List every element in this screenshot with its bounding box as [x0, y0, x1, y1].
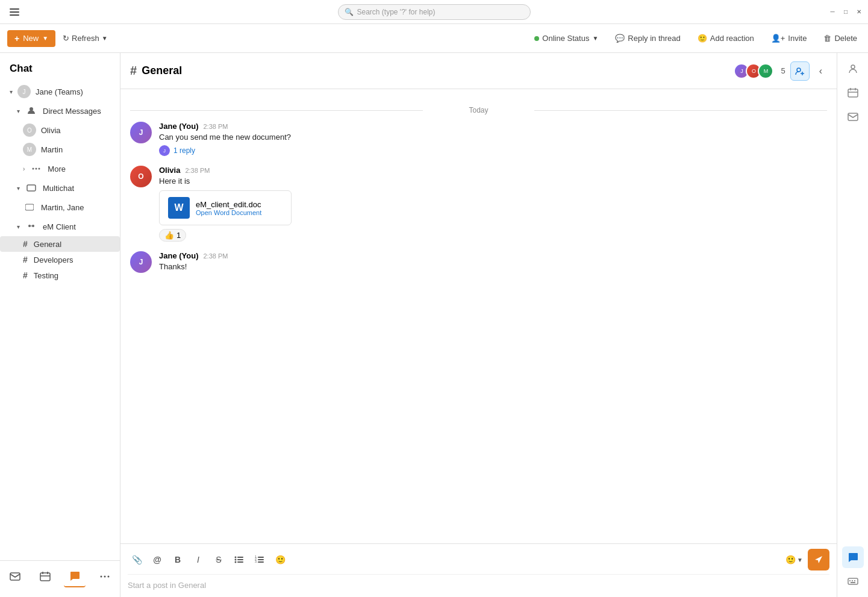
- msg1-reply-link[interactable]: J 1 reply: [159, 145, 827, 156]
- sidebar-item-testing[interactable]: # Testing: [0, 267, 120, 283]
- msg3-text: Thanks!: [159, 261, 827, 272]
- em-client-label: eM Client: [43, 222, 76, 231]
- invite-label: Invite: [788, 34, 807, 43]
- sidebar-item-multichat[interactable]: ▾ Multichat: [0, 178, 120, 198]
- hamburger-menu[interactable]: [5, 2, 24, 22]
- general-label: General: [34, 240, 61, 249]
- sidebar-item-martin[interactable]: M Martin: [0, 140, 120, 159]
- martin-jane-label: Martin, Jane: [41, 203, 84, 212]
- refresh-chevron-icon: ▼: [102, 35, 108, 42]
- svg-rect-0: [10, 8, 19, 10]
- reply-in-thread-action[interactable]: 💬 Reply in thread: [611, 31, 684, 45]
- sidebar-item-em-client[interactable]: ▾ eM Client: [0, 217, 120, 236]
- attachment-filename: eM_client_edit.doc: [196, 200, 261, 209]
- emoji-toolbar-button[interactable]: 🙂: [271, 551, 289, 569]
- calendar-nav-icon[interactable]: [34, 566, 56, 587]
- top-bar: 🔍 Search (type '?' for help) ─ □ ✕: [0, 0, 868, 24]
- delete-action[interactable]: 🗑 Delete: [820, 31, 861, 45]
- member-avatar-3: M: [758, 63, 773, 79]
- strikethrough-button[interactable]: S: [210, 551, 228, 569]
- email-nav-icon[interactable]: [4, 566, 26, 587]
- bold-button[interactable]: B: [169, 551, 187, 569]
- msg1-header: Jane (You) 2:38 PM: [159, 122, 827, 131]
- dm-collapse-icon: ▾: [17, 108, 20, 114]
- msg1-avatar: J: [130, 122, 152, 143]
- martin-label: Martin: [41, 145, 63, 154]
- invite-action[interactable]: 👤+ Invite: [767, 31, 811, 45]
- right-panel-people-icon[interactable]: [842, 58, 864, 80]
- svg-rect-30: [258, 557, 264, 558]
- svg-rect-12: [10, 573, 20, 580]
- chat-header-left: # General: [130, 64, 734, 78]
- msg2-avatar: O: [130, 166, 152, 187]
- sidebar-item-general[interactable]: # General: [0, 236, 120, 252]
- close-button[interactable]: ✕: [855, 8, 863, 16]
- reaction-count: 1: [176, 231, 181, 240]
- add-reaction-icon: 🙂: [698, 34, 707, 43]
- testing-label: Testing: [34, 271, 58, 280]
- thumbs-up-reaction[interactable]: 👍 1: [159, 229, 186, 242]
- composer-area: 📎 @ B I S 1.2.3. 🙂 🙂 ▼ Start a p: [120, 543, 837, 597]
- refresh-button[interactable]: ↻ Refresh ▼: [58, 30, 112, 46]
- sidebar-item-developers[interactable]: # Developers: [0, 252, 120, 267]
- svg-rect-1: [10, 11, 19, 13]
- mention-button[interactable]: @: [148, 551, 166, 569]
- numbered-list-button[interactable]: 1.2.3.: [251, 551, 269, 569]
- developers-label: Developers: [34, 255, 73, 264]
- online-status-action[interactable]: Online Status ▼: [531, 31, 602, 45]
- composer-input-box[interactable]: Start a post in General: [128, 578, 829, 592]
- msg1-reply-count: 1 reply: [173, 146, 195, 155]
- msg1-content: Jane (You) 2:38 PM Can you send me the n…: [159, 122, 827, 156]
- file-attachment[interactable]: W eM_client_edit.doc Open Word Document: [159, 190, 292, 225]
- emoji-picker-button[interactable]: 🙂 ▼: [783, 552, 805, 567]
- chat-nav-icon[interactable]: [64, 566, 86, 587]
- right-panel-email-icon[interactable]: [842, 106, 864, 128]
- italic-button[interactable]: I: [189, 551, 207, 569]
- chat-header: # General J O M 5 ‹: [120, 53, 837, 89]
- attachment-info: eM_client_edit.doc Open Word Document: [196, 200, 261, 216]
- sidebar-item-martin-jane[interactable]: Martin, Jane: [0, 198, 120, 217]
- right-panel-keyboard-icon[interactable]: [842, 570, 864, 592]
- maximize-button[interactable]: □: [841, 8, 850, 16]
- right-panel-chat-icon[interactable]: [842, 546, 864, 568]
- reply-in-thread-label: Reply in thread: [628, 34, 680, 43]
- send-button[interactable]: [808, 549, 829, 570]
- search-bar[interactable]: 🔍 Search (type '?' for help): [338, 4, 531, 20]
- svg-rect-13: [40, 573, 50, 581]
- svg-rect-34: [258, 561, 264, 563]
- chat-header-right: J O M 5 ‹: [734, 61, 827, 81]
- reply-thread-icon: 💬: [615, 34, 625, 43]
- svg-rect-24: [237, 557, 243, 558]
- svg-point-27: [235, 561, 237, 563]
- refresh-label: Refresh: [72, 34, 99, 43]
- sidebar-item-jane-teams[interactable]: ▾ J Jane (Teams): [0, 82, 120, 101]
- new-button[interactable]: + New ▼: [7, 30, 55, 47]
- em-client-icon: [25, 220, 38, 233]
- more-nav-icon[interactable]: [94, 566, 116, 587]
- msg3-header: Jane (You) 2:38 PM: [159, 251, 827, 260]
- sidebar-item-olivia[interactable]: O Olivia: [0, 120, 120, 140]
- right-panel-calendar-icon[interactable]: [842, 82, 864, 104]
- hash-icon-testing: #: [23, 270, 28, 280]
- sidebar-item-more[interactable]: › More: [0, 159, 120, 178]
- member-count: 5: [781, 66, 785, 75]
- member-avatars[interactable]: J O M: [734, 63, 773, 79]
- chevron-down-icon: ▼: [42, 35, 48, 42]
- search-placeholder: Search (type '?' for help): [357, 8, 436, 16]
- delete-label: Delete: [834, 34, 857, 43]
- message-2: O Olivia 2:38 PM Here it is W eM_client_…: [130, 166, 827, 242]
- channel-name: General: [142, 64, 182, 77]
- sidebar-item-direct-messages[interactable]: ▾ Direct Messages: [0, 101, 120, 120]
- chat-area: # General J O M 5 ‹ Today: [120, 53, 837, 597]
- attach-button[interactable]: 📎: [128, 551, 146, 569]
- word-icon: W: [168, 197, 190, 219]
- dm-icon: [25, 104, 38, 117]
- olivia-label: Olivia: [41, 126, 61, 135]
- composer-placeholder[interactable]: Start a post in General: [128, 578, 829, 592]
- minimize-button[interactable]: ─: [828, 8, 837, 16]
- add-reaction-action[interactable]: 🙂 Add reaction: [694, 31, 758, 45]
- bullet-list-button[interactable]: [230, 551, 248, 569]
- svg-point-9: [28, 225, 31, 227]
- collapse-panel-button[interactable]: ‹: [814, 63, 827, 79]
- add-member-button[interactable]: [790, 61, 810, 81]
